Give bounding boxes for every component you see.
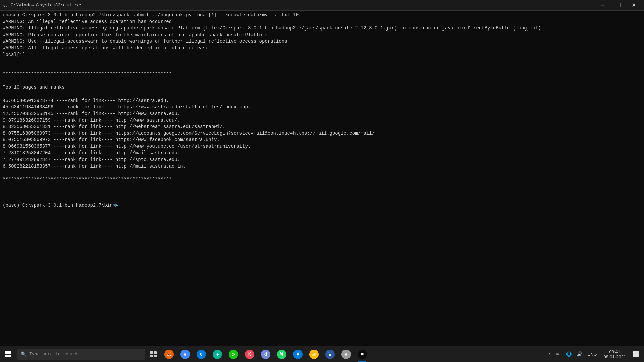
- tray-expand-button[interactable]: ∧: [547, 352, 552, 356]
- task-view-icon: [150, 351, 157, 357]
- taskbar-app-edge[interactable]: e: [193, 346, 209, 362]
- search-placeholder: Type here to search: [29, 352, 79, 357]
- search-icon: 🔍: [21, 351, 26, 357]
- cmd-icon: C:: [3, 3, 8, 8]
- start-button[interactable]: [0, 346, 16, 362]
- svg-rect-2: [150, 351, 153, 354]
- whatsapp-icon: W: [277, 350, 286, 359]
- volume-icon[interactable]: 🔊: [575, 346, 584, 362]
- search-bar[interactable]: 🔍 Type here to search: [17, 349, 145, 360]
- taskbar-app-firefox[interactable]: 🦊: [161, 346, 177, 362]
- svg-text:C:: C:: [3, 4, 7, 7]
- close-button[interactable]: ✕: [626, 0, 641, 11]
- taskbar-app-app4[interactable]: ◈: [209, 346, 225, 362]
- chrome-icon: ◉: [180, 350, 190, 359]
- windows-icon: [5, 351, 11, 357]
- task-view-button[interactable]: [146, 346, 161, 362]
- firefox-icon: 🦊: [164, 350, 174, 359]
- edge-icon: e: [197, 350, 206, 359]
- minimize-button[interactable]: −: [595, 0, 610, 11]
- app5-icon: ◎: [229, 350, 238, 359]
- network-icon[interactable]: 🌐: [564, 346, 573, 362]
- language-label[interactable]: ENG: [585, 352, 599, 357]
- taskbar-apps: 🦊◉e◈◎KdWV📁W◉■: [161, 346, 544, 362]
- taskbar-app-chrome[interactable]: ◉: [177, 346, 193, 362]
- cmd-icon: ■: [358, 350, 367, 359]
- app4-icon: ◈: [213, 350, 222, 359]
- title-bar-left: C: C:\Windows\system32\cmd.exe: [3, 3, 82, 8]
- taskbar-app-whatsapp[interactable]: W: [274, 346, 290, 362]
- svg-rect-3: [154, 351, 157, 354]
- terminal-output[interactable]: (base) C:\spark-3.0.1-bin-hadoop2.7\bin>…: [0, 11, 644, 346]
- clock-time: 03:41: [609, 349, 620, 354]
- discord-icon: d: [261, 350, 270, 359]
- explorer-icon: 📁: [309, 350, 319, 359]
- app6-icon: K: [245, 350, 254, 359]
- word-icon: W: [325, 350, 335, 359]
- window-title: C:\Windows\system32\cmd.exe: [11, 3, 82, 8]
- svg-rect-5: [154, 355, 157, 357]
- taskbar: 🔍 Type here to search 🦊◉e◈◎KdWV📁W◉■ ∧ ⌨ …: [0, 346, 644, 362]
- taskbar-app-app11[interactable]: ◉: [338, 346, 354, 362]
- taskbar-app-discord[interactable]: d: [258, 346, 274, 362]
- app11-icon: ◉: [341, 350, 351, 359]
- taskbar-app-cmd[interactable]: ■: [354, 346, 370, 362]
- taskbar-app-explorer[interactable]: 📁: [306, 346, 322, 362]
- taskbar-app-vscode[interactable]: V: [290, 346, 306, 362]
- svg-rect-4: [150, 355, 153, 357]
- window-controls: − ❐ ✕: [595, 0, 641, 11]
- title-bar: C: C:\Windows\system32\cmd.exe − ❐ ✕: [0, 0, 644, 11]
- taskbar-tray: ∧ ⌨ 🌐 🔊 ENG 03:41 08-01-2021 ⬜: [544, 346, 644, 362]
- taskbar-app-app5[interactable]: ◎: [225, 346, 241, 362]
- taskbar-app-app6[interactable]: K: [241, 346, 258, 362]
- notification-button[interactable]: ⬜: [631, 346, 641, 362]
- clock-date: 08-01-2021: [604, 354, 626, 359]
- maximize-button[interactable]: ❐: [610, 0, 626, 11]
- taskbar-app-word[interactable]: W: [322, 346, 338, 362]
- clock[interactable]: 03:41 08-01-2021: [600, 346, 630, 362]
- keyboard-icon[interactable]: ⌨: [553, 346, 562, 362]
- vscode-icon: V: [293, 350, 303, 359]
